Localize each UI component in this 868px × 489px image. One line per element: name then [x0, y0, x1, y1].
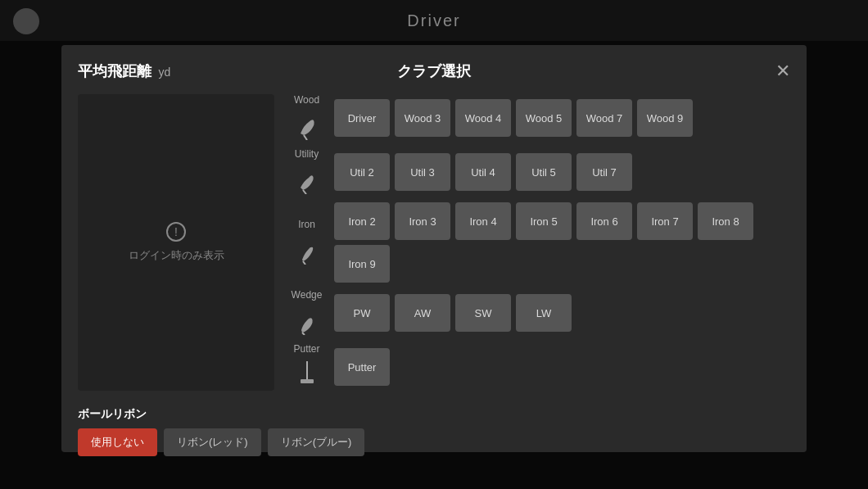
club-btn-sw[interactable]: SW	[455, 294, 511, 332]
yd-label: yd	[158, 66, 170, 79]
club-category-wood: Wood	[284, 94, 329, 142]
iron-label: Iron	[298, 219, 315, 230]
club-btn-iron3[interactable]: Iron 3	[395, 202, 450, 240]
ribbon-btn-blue[interactable]: リボン(ブルー)	[268, 428, 365, 456]
club-btn-wood9[interactable]: Wood 9	[637, 99, 693, 137]
utility-buttons: Util 2 Util 3 Util 4 Util 5 Util 7	[334, 153, 632, 191]
club-row-wedge: Wedge PW AW SW LW	[284, 289, 790, 337]
utility-icon	[291, 163, 323, 196]
club-btn-iron5[interactable]: Iron 5	[516, 202, 572, 240]
svg-line-2	[303, 261, 305, 265]
svg-rect-4	[301, 379, 314, 383]
club-btn-iron6[interactable]: Iron 6	[576, 202, 632, 240]
club-category-utility: Utility	[284, 148, 329, 196]
modal: 平均飛距離 yd クラブ選択 ✕ ! ログイン時のみ表示 Wood	[61, 45, 807, 452]
club-btn-wood4[interactable]: Wood 4	[455, 99, 511, 137]
title-bar: Driver	[0, 0, 868, 41]
club-btn-iron8[interactable]: Iron 8	[698, 202, 753, 240]
club-row-iron: Iron Iron 2 Iron 3 Iron 4 Iron 5 Iron 6 …	[284, 202, 790, 283]
iron-buttons: Iron 2 Iron 3 Iron 4 Iron 5 Iron 6 Iron …	[334, 202, 790, 283]
club-btn-iron2[interactable]: Iron 2	[334, 202, 390, 240]
svg-line-0	[304, 135, 307, 140]
app-title: Driver	[407, 11, 460, 30]
club-selection-title: クラブ選択	[397, 61, 471, 81]
club-btn-util2[interactable]: Util 2	[334, 153, 390, 191]
avg-distance-label: 平均飛距離	[78, 63, 151, 79]
putter-buttons: Putter	[334, 348, 390, 386]
wedge-buttons: PW AW SW LW	[334, 294, 572, 332]
iron-icon	[291, 233, 323, 266]
club-btn-util3[interactable]: Util 3	[395, 153, 450, 191]
club-btn-lw[interactable]: LW	[516, 294, 572, 332]
club-category-wedge: Wedge	[284, 289, 329, 337]
club-row-putter: Putter Putter	[284, 343, 790, 391]
login-notice: ログイン時のみ表示	[129, 248, 224, 263]
club-btn-aw[interactable]: AW	[395, 294, 450, 332]
putter-icon	[291, 358, 323, 391]
wood-buttons: Driver Wood 3 Wood 4 Wood 5 Wood 7 Wood …	[334, 99, 693, 137]
club-btn-util5[interactable]: Util 5	[516, 153, 572, 191]
club-category-putter: Putter	[284, 343, 329, 391]
ball-ribbon-label: ボールリボン	[78, 407, 790, 422]
putter-label: Putter	[293, 343, 319, 355]
club-btn-wood7[interactable]: Wood 7	[576, 99, 632, 137]
avg-distance-section: 平均飛距離 yd	[78, 61, 170, 81]
club-btn-iron9[interactable]: Iron 9	[334, 245, 390, 283]
modal-header: 平均飛距離 yd クラブ選択 ✕	[78, 61, 790, 81]
right-panel: Wood Driver Wood 3 Wood 4 Wood 5 Wood 7 …	[284, 94, 790, 391]
club-btn-iron4[interactable]: Iron 4	[455, 202, 511, 240]
club-btn-util4[interactable]: Util 4	[455, 153, 511, 191]
modal-body: ! ログイン時のみ表示 Wood Driver Wood 3	[78, 94, 790, 391]
club-btn-wood5[interactable]: Wood 5	[516, 99, 572, 137]
wedge-icon	[291, 304, 323, 337]
footer: ボールリボン 使用しない リボン(レッド) リボン(ブルー)	[78, 404, 790, 456]
ribbon-btn-red[interactable]: リボン(レッド)	[164, 428, 261, 456]
utility-label: Utility	[295, 148, 319, 160]
club-btn-driver[interactable]: Driver	[334, 99, 390, 137]
ribbon-buttons: 使用しない リボン(レッド) リボン(ブルー)	[78, 428, 790, 456]
club-row-wood: Wood Driver Wood 3 Wood 4 Wood 5 Wood 7 …	[284, 94, 790, 142]
club-btn-util7[interactable]: Util 7	[576, 153, 632, 191]
wedge-label: Wedge	[292, 289, 323, 301]
club-row-utility: Utility Util 2 Util 3 Util 4 Util 5 Util…	[284, 148, 790, 196]
svg-line-1	[303, 190, 306, 194]
wood-label: Wood	[294, 94, 319, 106]
close-button[interactable]: ✕	[775, 62, 790, 80]
club-btn-iron7[interactable]: Iron 7	[637, 202, 693, 240]
ribbon-btn-none[interactable]: 使用しない	[78, 428, 157, 456]
avatar	[13, 8, 39, 34]
club-category-iron: Iron	[284, 219, 329, 266]
left-panel: ! ログイン時のみ表示	[78, 94, 274, 391]
info-icon: !	[166, 222, 186, 242]
svg-line-3	[302, 333, 305, 335]
club-btn-putter[interactable]: Putter	[334, 348, 390, 386]
club-btn-wood3[interactable]: Wood 3	[395, 99, 450, 137]
wood-icon	[291, 109, 323, 142]
club-btn-pw[interactable]: PW	[334, 294, 390, 332]
